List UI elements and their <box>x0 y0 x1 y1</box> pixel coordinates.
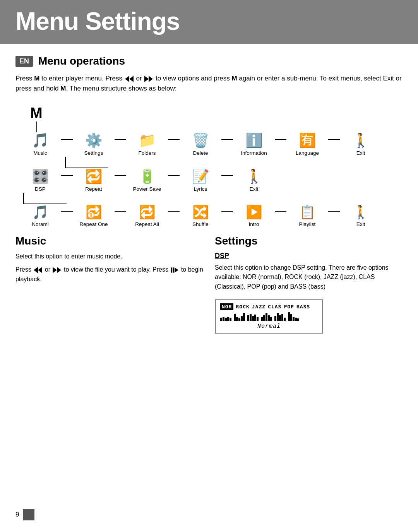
icon-repeat: 🔁 Repeat <box>73 168 115 192</box>
dsp-normal-label: Normal <box>220 323 318 330</box>
bar-nor <box>220 312 231 321</box>
label-intro: Intro <box>248 221 259 227</box>
label-dsp: DSP <box>35 186 46 192</box>
section-header: EN Menu operations <box>15 55 403 67</box>
label-folders: Folders <box>138 150 156 156</box>
icon-exit2: 🚶 Exit <box>233 168 275 192</box>
svg-marker-6 <box>53 267 57 273</box>
svg-rect-9 <box>173 268 174 273</box>
root-label: M <box>30 105 43 121</box>
intro-text1: Press M to enter player menu. Press <box>15 75 124 82</box>
label-playlist: Playlist <box>299 221 316 227</box>
fastforward-icon2 <box>53 267 61 273</box>
music-or: or <box>45 266 52 273</box>
icon-normal: 🎵 Noraml <box>19 204 61 227</box>
bracket1 <box>65 157 406 168</box>
icon-powersave: 🔋 Power Save <box>126 168 168 192</box>
label-powersave: Power Save <box>133 186 161 192</box>
music-section: Music Select this option to enter music … <box>15 235 211 334</box>
music-text2: Press or to view the file you want to pl… <box>15 265 203 284</box>
svg-marker-7 <box>57 267 61 273</box>
dsp-display: NOR ROCK JAZZ CLAS POP BASS <box>215 299 323 334</box>
bar-jazz <box>247 312 259 321</box>
fastforward-icon <box>144 76 153 82</box>
icon-delete: 🗑️ Delete <box>180 132 221 156</box>
svg-marker-4 <box>38 267 42 273</box>
bar-pop <box>274 312 286 321</box>
label-exit2: Exit <box>250 186 259 192</box>
label-exit3: Exit <box>356 221 365 227</box>
level1-row: 🎵 Music ⚙️ Settings 📁 Folders 🗑️ Delete … <box>19 132 406 156</box>
label-lyrics: Lyrics <box>194 186 207 192</box>
svg-rect-8 <box>171 268 172 273</box>
label-shuffle: Shuffle <box>192 221 209 227</box>
page-number-area: 9 <box>15 509 34 520</box>
icon-repeat-all: 🔁 Repeat All <box>126 204 168 227</box>
bracket2 <box>23 193 406 204</box>
section-title: Menu operations <box>38 55 125 67</box>
svg-marker-3 <box>149 76 153 82</box>
dsp-opt-jazz: JAZZ <box>252 304 266 310</box>
page-square-icon <box>23 509 34 520</box>
dsp-opt-clas: CLAS <box>268 304 281 310</box>
language-badge: EN <box>15 56 33 67</box>
icon-music: 🎵 Music <box>19 132 61 156</box>
dsp-opt-rock: ROCK <box>236 304 249 310</box>
icon-playlist: 📋 Playlist <box>286 204 328 227</box>
svg-marker-10 <box>175 268 178 273</box>
or-text: or <box>136 75 142 82</box>
label-music: Music <box>33 150 47 156</box>
intro-paragraph: Press M to enter player menu. Press or t… <box>15 74 403 94</box>
icon-intro: ▶️ Intro <box>233 204 275 227</box>
label-language: Language <box>296 150 319 156</box>
svg-marker-1 <box>125 76 129 82</box>
settings-heading: Settings <box>215 235 403 247</box>
music-text2a: Press <box>15 266 31 273</box>
label-normal: Noraml <box>32 221 49 227</box>
dsp-normal-text: Normal <box>257 323 281 330</box>
icon-shuffle: 🔀 Shuffle <box>180 204 221 227</box>
menu-diagram: M 🎵 Music ⚙️ Settings 📁 Folders 🗑️ Delet… <box>19 105 406 227</box>
svg-marker-2 <box>144 76 149 82</box>
icon-folders: 📁 Folders <box>126 132 168 156</box>
dsp-opt-bass: BASS <box>296 304 310 310</box>
svg-marker-5 <box>34 267 38 273</box>
icon-repeat-one: 🔂 Repeat One <box>73 204 115 227</box>
label-repeat-one: Repeat One <box>80 221 108 227</box>
playpause-icon <box>171 267 178 273</box>
dsp-opt-pop: POP <box>284 304 294 310</box>
icon-exit3: 🚶 Exit <box>340 204 382 227</box>
icon-settings: ⚙️ Settings <box>73 132 115 156</box>
icon-dsp: 🎛️ DSP <box>19 168 61 192</box>
bar-clas <box>261 312 272 321</box>
level2-row: 🎛️ DSP 🔁 Repeat 🔋 Power Save 📝 Lyrics 🚶 … <box>19 168 406 192</box>
dsp-heading: DSP <box>215 252 403 260</box>
music-heading: Music <box>15 235 203 247</box>
music-text1: Select this option to enter music mode. <box>15 252 203 262</box>
svg-marker-0 <box>129 76 134 82</box>
label-repeat-all: Repeat All <box>135 221 159 227</box>
label-exit1: Exit <box>356 150 365 156</box>
page-header: Menu Settings <box>0 0 418 44</box>
music-text2c: to view the file you want to play. Press <box>64 266 170 273</box>
level3-row: 🎵 Noraml 🔂 Repeat One 🔁 Repeat All 🔀 Shu… <box>19 204 406 227</box>
label-delete: Delete <box>193 150 208 156</box>
dsp-opt-nor: NOR <box>220 303 233 310</box>
dsp-text: Select this option to change DSP setting… <box>215 263 403 292</box>
rewind-icon2 <box>34 267 42 273</box>
two-column-section: Music Select this option to enter music … <box>15 235 403 334</box>
icon-language: 🈶 Language <box>286 132 328 156</box>
icon-information: ℹ️ Information <box>233 132 275 156</box>
label-settings: Settings <box>84 150 103 156</box>
dsp-options-row: NOR ROCK JAZZ CLAS POP BASS <box>220 303 318 310</box>
label-repeat: Repeat <box>85 186 102 192</box>
page-number: 9 <box>15 511 19 518</box>
label-information: Information <box>241 150 267 156</box>
settings-section: Settings DSP Select this option to chang… <box>211 235 403 334</box>
icon-exit1: 🚶 Exit <box>340 132 382 156</box>
bar-rock <box>234 312 245 321</box>
rewind-icon <box>125 76 134 82</box>
bar-bass <box>288 312 299 321</box>
icon-lyrics: 📝 Lyrics <box>180 168 221 192</box>
page-title: Menu Settings <box>15 7 403 36</box>
